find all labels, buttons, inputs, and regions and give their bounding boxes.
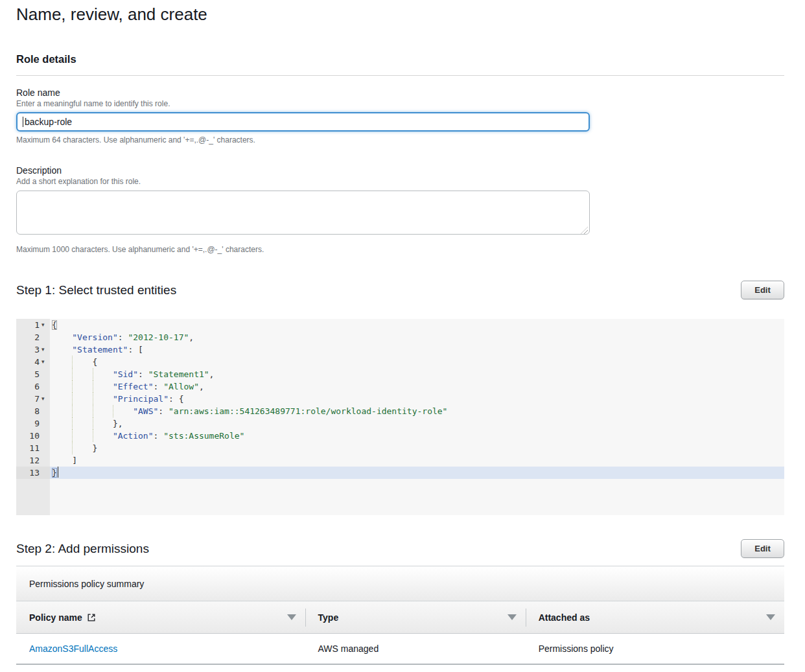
fold-arrow-icon[interactable]: ▾ [41, 319, 50, 331]
indent [52, 430, 72, 442]
description-help: Add a short explanation for this role. [16, 177, 784, 187]
line-number: 3 [16, 343, 41, 356]
gutter-line-4[interactable]: 4▾ [16, 356, 50, 368]
role-name-input[interactable] [16, 112, 590, 132]
role-name-input-wrap [16, 112, 590, 132]
fold-spacer [41, 368, 50, 380]
description-textarea[interactable] [16, 191, 590, 235]
indent [52, 442, 72, 454]
cell-type: AWS managed [305, 634, 526, 664]
editor-cursor [58, 467, 58, 478]
code-line-10[interactable]: 10"Action": "sts:AssumeRole" [16, 430, 784, 442]
code-token: "arn:aws:iam::541263489771:role/workload… [169, 406, 447, 416]
external-link-icon [87, 613, 96, 622]
gutter-line-10[interactable]: 10 [16, 430, 50, 442]
gutter-line-7[interactable]: 7▾ [16, 393, 50, 405]
indent-guide [72, 356, 92, 368]
sort-dropdown-icon[interactable] [508, 614, 517, 620]
code-token: { [52, 320, 57, 330]
role-details-heading: Role details [16, 52, 784, 65]
line-number: 12 [16, 454, 41, 467]
code-token: "Action" [113, 431, 154, 441]
code-line-4[interactable]: 4▾{ [16, 356, 784, 368]
column-header-attached-as[interactable]: Attached as [526, 601, 784, 633]
gutter-line-3[interactable]: 3▾ [16, 343, 50, 356]
indent-guide [72, 393, 92, 405]
line-number: 4 [16, 356, 41, 368]
step2-heading: Step 2: Add permissions [16, 541, 149, 556]
gutter-line-2[interactable]: 2 [16, 331, 50, 343]
role-name-label: Role name [16, 87, 784, 98]
code-line-11[interactable]: 11} [16, 442, 784, 454]
code-token: }, [113, 419, 123, 428]
fold-arrow-icon[interactable]: ▾ [41, 393, 50, 405]
indent [52, 368, 72, 380]
indent-guide [93, 417, 113, 430]
page-title: Name, review, and create [16, 5, 784, 24]
code-token: , [189, 332, 194, 342]
gutter-line-13[interactable]: 13 [16, 467, 50, 479]
code-content: "Sid": "Statement1", [50, 368, 784, 380]
indent-guide [113, 405, 133, 417]
code-content: { [50, 319, 784, 331]
sort-dropdown-icon[interactable] [766, 614, 775, 620]
gutter-line-5[interactable]: 5 [16, 368, 50, 380]
code-content: "Statement": [ [50, 343, 784, 356]
fold-spacer [41, 467, 50, 479]
code-line-7[interactable]: 7▾"Principal": { [16, 393, 784, 405]
column-header-type[interactable]: Type [305, 601, 526, 633]
fold-arrow-icon[interactable]: ▾ [41, 356, 50, 368]
code-line-5[interactable]: 5"Sid": "Statement1", [16, 368, 784, 380]
code-line-13[interactable]: 13} [16, 467, 784, 479]
step1-heading: Step 1: Select trusted entities [16, 283, 176, 297]
code-token: } [93, 443, 98, 453]
code-line-9[interactable]: 9}, [16, 417, 784, 430]
code-token: } [52, 468, 57, 478]
policy-link[interactable]: AmazonS3FullAccess [29, 643, 117, 654]
permissions-panel: Permissions policy summary Policy nameTy… [16, 566, 784, 665]
code-token: : [138, 369, 148, 379]
step2-edit-button[interactable]: Edit [741, 539, 784, 558]
code-line-1[interactable]: 1▾{ [16, 319, 784, 331]
code-token: ] [72, 456, 77, 465]
sort-dropdown-icon[interactable] [287, 614, 296, 620]
code-token: "Allow" [163, 382, 199, 391]
indent-guide [72, 417, 92, 430]
code-line-6[interactable]: 6"Effect": "Allow", [16, 380, 784, 393]
indent [52, 343, 72, 356]
fold-arrow-icon[interactable]: ▾ [41, 343, 50, 356]
indent [52, 380, 72, 393]
indent-guide [93, 430, 113, 442]
code-line-12[interactable]: 12] [16, 454, 784, 467]
gutter-line-12[interactable]: 12 [16, 454, 50, 467]
step1-edit-button[interactable]: Edit [741, 281, 784, 299]
indent [52, 393, 72, 405]
gutter-line-1[interactable]: 1▾ [16, 319, 50, 331]
code-line-8[interactable]: 8"AWS": "arn:aws:iam::541263489771:role/… [16, 405, 784, 417]
gutter-line-6[interactable]: 6 [16, 380, 50, 393]
trust-policy-editor[interactable]: 1▾{2"Version": "2012-10-17",3▾"Statement… [16, 319, 784, 515]
code-content: { [50, 356, 784, 368]
line-number: 10 [16, 430, 41, 442]
indent [52, 405, 72, 417]
gutter-line-9[interactable]: 9 [16, 417, 50, 430]
description-constraint: Maximum 1000 characters. Use alphanumeri… [16, 245, 784, 255]
gutter-line-11[interactable]: 11 [16, 442, 50, 454]
code-line-2[interactable]: 2"Version": "2012-10-17", [16, 331, 784, 343]
code-line-3[interactable]: 3▾"Statement": [ [16, 343, 784, 356]
indent-guide [72, 430, 92, 442]
line-number: 8 [16, 405, 41, 417]
code-token: "Sid" [113, 369, 138, 379]
gutter-line-8[interactable]: 8 [16, 405, 50, 417]
column-label-wrap: Policy name [29, 612, 96, 623]
cell-attached-as: Permissions policy [526, 634, 784, 664]
indent [52, 417, 72, 430]
code-token: "AWS" [133, 406, 158, 416]
role-details-divider [16, 75, 784, 76]
step1-header: Step 1: Select trusted entities Edit [16, 281, 784, 299]
code-token: : [154, 382, 164, 391]
code-token: : [118, 332, 128, 342]
code-token: "Statement1" [148, 369, 209, 379]
column-header-policy-name[interactable]: Policy name [16, 601, 305, 633]
indent [52, 454, 72, 467]
